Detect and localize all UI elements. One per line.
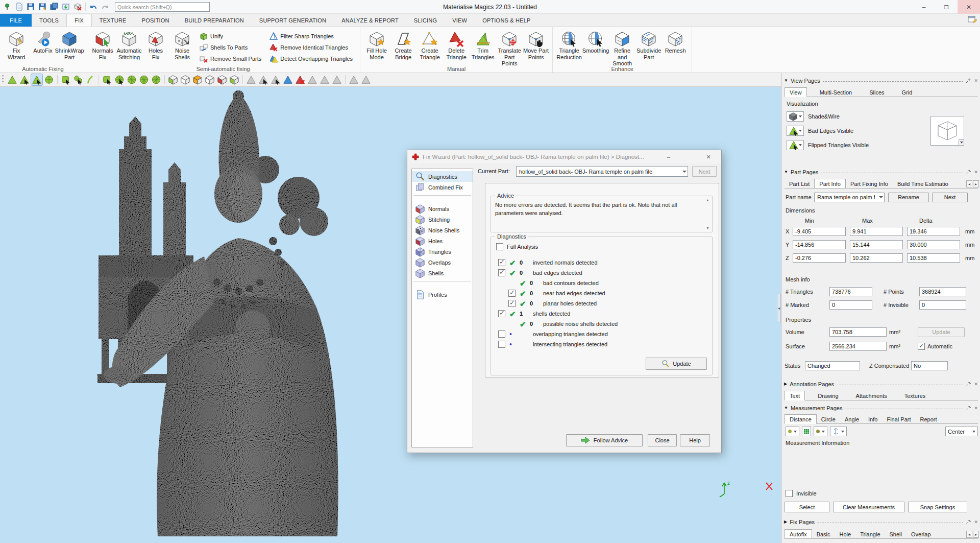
wizard-page-overlaps[interactable]: Overlaps	[412, 257, 473, 268]
tri-tool-icon[interactable]	[258, 74, 269, 85]
cube-tool-icon[interactable]	[180, 74, 191, 85]
model-statue[interactable]	[59, 88, 385, 537]
dialog-help-button[interactable]: Help	[680, 434, 710, 446]
triangles-field[interactable]	[829, 287, 872, 296]
save-icon[interactable]	[26, 2, 36, 12]
tab-options-help[interactable]: OPTIONS & HELP	[475, 14, 538, 27]
collapse-icon[interactable]	[784, 170, 788, 174]
pin-icon[interactable]	[966, 381, 971, 387]
current-part-dropdown[interactable]: hollow_of_solid back- OBJ- Rama temple o…	[516, 166, 688, 177]
tri-tool-icon[interactable]	[319, 74, 330, 85]
close-button[interactable]	[958, 0, 980, 14]
tri-tool-icon[interactable]	[307, 74, 318, 85]
tab-view[interactable]: VIEW	[445, 14, 475, 27]
view-pages-header[interactable]: View Pages	[784, 77, 978, 84]
volume-update-button[interactable]: Update	[918, 327, 965, 337]
select-button[interactable]: Select	[785, 502, 829, 512]
full-analysis-checkbox[interactable]	[496, 243, 503, 250]
tab-info[interactable]: Info	[864, 415, 882, 423]
wizard-page-diagnostics[interactable]: Diagnostics	[412, 171, 473, 182]
redo-icon[interactable]	[100, 2, 110, 12]
create-bridge-button[interactable]: Create Bridge	[390, 29, 416, 60]
cube-tool-icon[interactable]	[216, 74, 228, 85]
tab-hole[interactable]: Hole	[835, 530, 856, 538]
tab-textures[interactable]: Textures	[900, 391, 930, 400]
pin-tool-icon[interactable]	[114, 74, 125, 85]
tab-grid[interactable]: Grid	[897, 88, 917, 97]
tab-final-part[interactable]: Final Part	[882, 415, 915, 423]
move-part-points-button[interactable]: Move Part Points	[523, 29, 549, 60]
minimize-button[interactable]	[913, 0, 935, 14]
delete-triangle-button[interactable]: Delete Triangle	[443, 29, 470, 60]
unify-button[interactable]: Unify	[200, 32, 261, 40]
tab-scroll-buttons[interactable]: ◄►	[966, 180, 979, 187]
cube-tool-icon[interactable]	[229, 74, 240, 85]
flipped-triangles-dropdown[interactable]	[787, 140, 804, 150]
smoothing-button[interactable]: Smoothing	[582, 29, 609, 54]
dialog-close-action-button[interactable]: Close	[648, 434, 677, 446]
status-field[interactable]	[805, 361, 860, 370]
tab-support-generation[interactable]: SUPPORT GENERATION	[252, 14, 334, 27]
automatic-checkbox[interactable]	[918, 343, 925, 350]
fix-wizard-button[interactable]: Fix Wizard	[3, 29, 30, 60]
shaded-cube-dropdown[interactable]	[787, 111, 804, 122]
wizard-page-profiles[interactable]: Profiles	[412, 289, 473, 300]
tab-multi-section[interactable]: Multi-Section	[815, 88, 857, 97]
hook-tool-icon[interactable]	[85, 74, 96, 85]
import-part-icon[interactable]	[61, 2, 71, 12]
rename-button[interactable]: Rename	[888, 193, 929, 202]
tab-part-fixing-info[interactable]: Part Fixing Info	[846, 179, 893, 188]
part-pages-header[interactable]: Part Pages	[784, 168, 978, 176]
tri-tool-icon[interactable]	[282, 74, 293, 85]
tri-tool-icon[interactable]	[295, 74, 306, 85]
normals-fix-button[interactable]: Normals Fix	[89, 29, 116, 60]
save-as-icon[interactable]	[37, 2, 47, 12]
tab-circle[interactable]: Circle	[817, 415, 840, 423]
new-document-icon[interactable]	[14, 2, 24, 12]
wizard-page-noise-shells[interactable]: Noise Shells	[412, 225, 473, 235]
tri-tool-icon[interactable]	[19, 74, 30, 85]
diagnostic-checkbox[interactable]	[498, 269, 505, 276]
points-field[interactable]	[919, 287, 966, 296]
part-next-button[interactable]: Next	[932, 193, 968, 202]
max-field[interactable]	[850, 253, 903, 263]
delta-field[interactable]	[907, 227, 960, 236]
part-name-dropdown[interactable]: Rama temple on palm fi	[814, 193, 885, 202]
close-panel-icon[interactable]	[974, 170, 978, 175]
automatic-stitching-button[interactable]: Automatic Stitching	[116, 29, 142, 60]
tri-tool-icon[interactable]	[270, 74, 281, 85]
min-field[interactable]	[793, 240, 846, 249]
tab-report[interactable]: Report	[916, 415, 942, 423]
volume-field[interactable]	[829, 327, 887, 337]
pin-tool-icon[interactable]	[151, 74, 162, 85]
tri-tool-icon[interactable]	[31, 74, 42, 85]
snap-settings-button[interactable]: Snap Settings	[908, 502, 967, 512]
cube-tool-icon[interactable]	[167, 74, 179, 85]
tri-tool-icon[interactable]	[348, 74, 359, 85]
tab-basic[interactable]: Basic	[812, 530, 835, 538]
dialog-close-button[interactable]	[701, 150, 716, 163]
maximize-button[interactable]	[935, 0, 958, 14]
noise-shells-button[interactable]: Noise Shells	[169, 29, 195, 60]
shells-to-parts-button[interactable]: Shells To Parts	[200, 43, 261, 52]
holes-fix-button[interactable]: Holes Fix	[142, 29, 169, 60]
close-panel-icon[interactable]	[974, 382, 978, 387]
remesh-button[interactable]: Remesh	[662, 29, 689, 54]
tri-tool-icon[interactable]	[331, 74, 342, 85]
grid-snap-button[interactable]	[802, 427, 811, 436]
tab-scroll-buttons[interactable]: ◄►	[966, 531, 979, 538]
tab-analyze-report[interactable]: ANALYZE & REPORT	[334, 14, 406, 27]
filter-sharp-triangles-button[interactable]: Filter Sharp Triangles	[270, 32, 353, 40]
surface-field[interactable]	[829, 342, 887, 351]
cube-tool-icon[interactable]	[192, 74, 203, 85]
follow-advice-button[interactable]: Follow Advice	[566, 434, 643, 446]
tab-build-preparation[interactable]: BUILD PREPARATION	[177, 14, 252, 27]
annotation-pages-header[interactable]: Annotation Pages	[784, 380, 978, 388]
tab-overlap[interactable]: Overlap	[906, 530, 936, 538]
wizard-page-holes[interactable]: Holes	[412, 235, 473, 246]
clear-measurements-button[interactable]: Clear Measurements	[833, 502, 904, 512]
shrinkwrap-part-button[interactable]: ShrinkWrap Part	[56, 29, 83, 60]
undo-icon[interactable]	[88, 2, 99, 12]
tab-build-time-estimatio[interactable]: Build Time Estimatio	[893, 179, 953, 188]
diagnostic-checkbox[interactable]	[498, 330, 505, 338]
